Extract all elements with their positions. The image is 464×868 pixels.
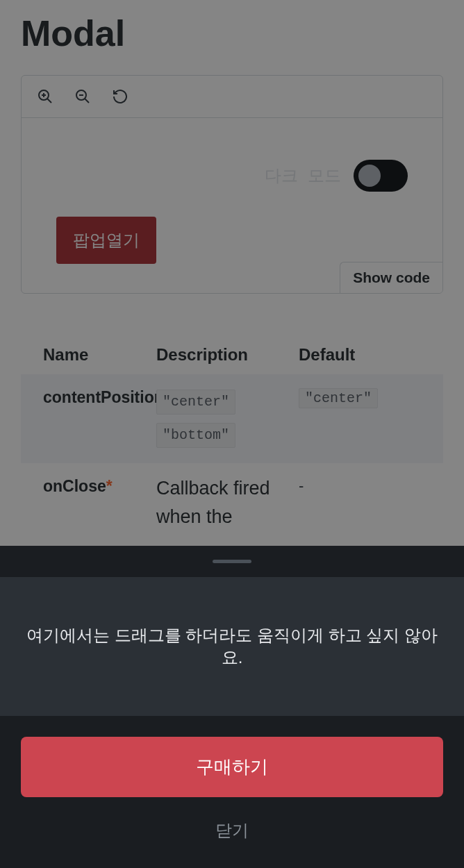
sheet-drag-handle[interactable]: [0, 546, 464, 577]
drag-handle-icon: [213, 560, 251, 563]
sheet-body: 여기에서는 드래그를 하더라도 움직이게 하고 싶지 않아요.: [0, 577, 464, 716]
sheet-message: 여기에서는 드래그를 하더라도 움직이게 하고 싶지 않아요.: [21, 624, 443, 669]
close-button[interactable]: 닫기: [21, 814, 443, 847]
bottom-sheet: 여기에서는 드래그를 하더라도 움직이게 하고 싶지 않아요. 구매하기 닫기: [0, 546, 464, 868]
purchase-button[interactable]: 구매하기: [21, 737, 443, 797]
sheet-actions: 구매하기 닫기: [0, 716, 464, 868]
